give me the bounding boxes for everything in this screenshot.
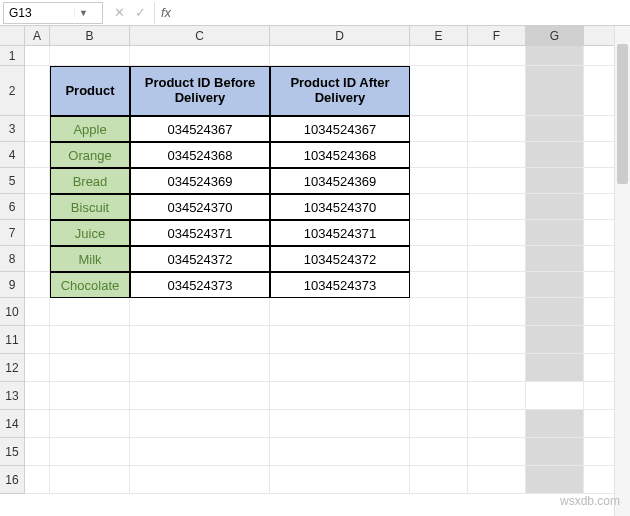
cell-A6[interactable] bbox=[25, 194, 50, 220]
cell-E8[interactable] bbox=[410, 246, 468, 272]
cell-C4[interactable]: 034524368 bbox=[130, 142, 270, 168]
cell-A10[interactable] bbox=[25, 298, 50, 326]
cell-E11[interactable] bbox=[410, 326, 468, 354]
name-box[interactable]: ▼ bbox=[3, 2, 103, 24]
row-header-16[interactable]: 16 bbox=[0, 466, 25, 494]
cell-C7[interactable]: 034524371 bbox=[130, 220, 270, 246]
cell-A8[interactable] bbox=[25, 246, 50, 272]
cell-C12[interactable] bbox=[130, 354, 270, 382]
cell-G15[interactable] bbox=[526, 438, 584, 466]
cell-E15[interactable] bbox=[410, 438, 468, 466]
cell-G10[interactable] bbox=[526, 298, 584, 326]
cell-C11[interactable] bbox=[130, 326, 270, 354]
cell-B1[interactable] bbox=[50, 46, 130, 66]
cell-A4[interactable] bbox=[25, 142, 50, 168]
row-header-11[interactable]: 11 bbox=[0, 326, 25, 354]
cell-C14[interactable] bbox=[130, 410, 270, 438]
cell-F11[interactable] bbox=[468, 326, 526, 354]
cell-F6[interactable] bbox=[468, 194, 526, 220]
cell-G8[interactable] bbox=[526, 246, 584, 272]
cell-F7[interactable] bbox=[468, 220, 526, 246]
cell-B13[interactable] bbox=[50, 382, 130, 410]
cell-A2[interactable] bbox=[25, 66, 50, 116]
cell-C15[interactable] bbox=[130, 438, 270, 466]
cell-B3[interactable]: Apple bbox=[50, 116, 130, 142]
cell-D3[interactable]: 1034524367 bbox=[270, 116, 410, 142]
cell-C8[interactable]: 034524372 bbox=[130, 246, 270, 272]
cell-G4[interactable] bbox=[526, 142, 584, 168]
cell-C6[interactable]: 034524370 bbox=[130, 194, 270, 220]
row-header-2[interactable]: 2 bbox=[0, 66, 25, 116]
spreadsheet-grid[interactable]: ABCDEFG12ProductProduct ID Before Delive… bbox=[0, 26, 630, 516]
cell-F12[interactable] bbox=[468, 354, 526, 382]
cell-G6[interactable] bbox=[526, 194, 584, 220]
cell-A11[interactable] bbox=[25, 326, 50, 354]
row-header-8[interactable]: 8 bbox=[0, 246, 25, 272]
row-header-10[interactable]: 10 bbox=[0, 298, 25, 326]
select-all-corner[interactable] bbox=[0, 26, 25, 46]
cell-F16[interactable] bbox=[468, 466, 526, 494]
row-header-13[interactable]: 13 bbox=[0, 382, 25, 410]
cell-B8[interactable]: Milk bbox=[50, 246, 130, 272]
cell-D2[interactable]: Product ID After Delivery bbox=[270, 66, 410, 116]
cell-A13[interactable] bbox=[25, 382, 50, 410]
column-header-E[interactable]: E bbox=[410, 26, 468, 46]
cell-E5[interactable] bbox=[410, 168, 468, 194]
cell-D4[interactable]: 1034524368 bbox=[270, 142, 410, 168]
cell-G7[interactable] bbox=[526, 220, 584, 246]
cell-B10[interactable] bbox=[50, 298, 130, 326]
cell-E7[interactable] bbox=[410, 220, 468, 246]
cell-F9[interactable] bbox=[468, 272, 526, 298]
cell-C3[interactable]: 034524367 bbox=[130, 116, 270, 142]
cell-D12[interactable] bbox=[270, 354, 410, 382]
cell-E10[interactable] bbox=[410, 298, 468, 326]
column-header-F[interactable]: F bbox=[468, 26, 526, 46]
cell-D8[interactable]: 1034524372 bbox=[270, 246, 410, 272]
cell-B6[interactable]: Biscuit bbox=[50, 194, 130, 220]
cell-D1[interactable] bbox=[270, 46, 410, 66]
row-header-7[interactable]: 7 bbox=[0, 220, 25, 246]
cell-F10[interactable] bbox=[468, 298, 526, 326]
cell-C13[interactable] bbox=[130, 382, 270, 410]
cell-A14[interactable] bbox=[25, 410, 50, 438]
cell-D6[interactable]: 1034524370 bbox=[270, 194, 410, 220]
cell-A7[interactable] bbox=[25, 220, 50, 246]
cell-A15[interactable] bbox=[25, 438, 50, 466]
cell-A3[interactable] bbox=[25, 116, 50, 142]
formula-input[interactable] bbox=[177, 6, 630, 20]
row-header-15[interactable]: 15 bbox=[0, 438, 25, 466]
cell-F1[interactable] bbox=[468, 46, 526, 66]
cell-E2[interactable] bbox=[410, 66, 468, 116]
cell-G1[interactable] bbox=[526, 46, 584, 66]
cell-A9[interactable] bbox=[25, 272, 50, 298]
cell-E4[interactable] bbox=[410, 142, 468, 168]
row-header-1[interactable]: 1 bbox=[0, 46, 25, 66]
cell-G11[interactable] bbox=[526, 326, 584, 354]
cell-D15[interactable] bbox=[270, 438, 410, 466]
cell-F13[interactable] bbox=[468, 382, 526, 410]
vertical-scrollbar[interactable] bbox=[614, 26, 630, 516]
cell-A16[interactable] bbox=[25, 466, 50, 494]
cell-E16[interactable] bbox=[410, 466, 468, 494]
cell-A5[interactable] bbox=[25, 168, 50, 194]
cell-D10[interactable] bbox=[270, 298, 410, 326]
cell-A1[interactable] bbox=[25, 46, 50, 66]
cell-B4[interactable]: Orange bbox=[50, 142, 130, 168]
row-header-14[interactable]: 14 bbox=[0, 410, 25, 438]
scrollbar-thumb[interactable] bbox=[617, 44, 628, 184]
cell-E14[interactable] bbox=[410, 410, 468, 438]
cell-F14[interactable] bbox=[468, 410, 526, 438]
cell-B7[interactable]: Juice bbox=[50, 220, 130, 246]
cell-E12[interactable] bbox=[410, 354, 468, 382]
cell-E3[interactable] bbox=[410, 116, 468, 142]
cell-E13[interactable] bbox=[410, 382, 468, 410]
cell-B11[interactable] bbox=[50, 326, 130, 354]
cell-G9[interactable] bbox=[526, 272, 584, 298]
cell-A12[interactable] bbox=[25, 354, 50, 382]
chevron-down-icon[interactable]: ▼ bbox=[74, 8, 92, 18]
cell-G12[interactable] bbox=[526, 354, 584, 382]
cell-B9[interactable]: Chocolate bbox=[50, 272, 130, 298]
cell-E6[interactable] bbox=[410, 194, 468, 220]
cell-B15[interactable] bbox=[50, 438, 130, 466]
cell-D11[interactable] bbox=[270, 326, 410, 354]
